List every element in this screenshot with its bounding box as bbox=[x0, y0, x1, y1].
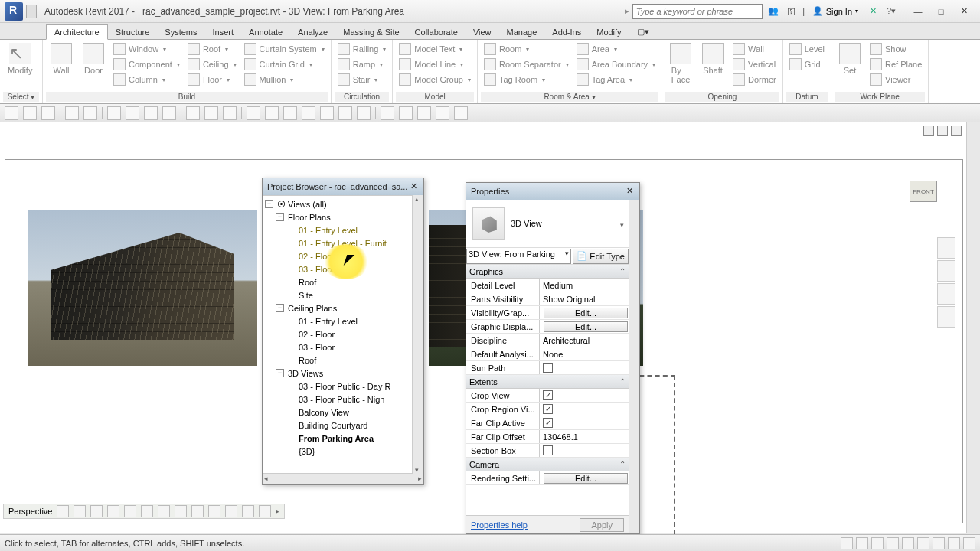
wall-tool[interactable]: Wall bbox=[46, 41, 77, 77]
property-row[interactable]: Far Clip Active✓ bbox=[466, 416, 629, 430]
type-selector[interactable]: 3D View ▾ bbox=[466, 200, 629, 248]
pb-horizontal-scrollbar[interactable] bbox=[263, 474, 423, 484]
property-row[interactable]: Default Analysi...None bbox=[466, 347, 629, 361]
tab-systems[interactable]: Systems bbox=[157, 25, 204, 39]
checkbox[interactable] bbox=[543, 445, 553, 455]
shadows-icon[interactable] bbox=[107, 505, 119, 517]
property-row[interactable]: Crop Region Vi...✓ bbox=[466, 403, 629, 416]
model-group-tool[interactable]: Model Group bbox=[396, 72, 474, 87]
pan-icon[interactable] bbox=[937, 260, 956, 282]
property-row[interactable]: Section Box bbox=[466, 444, 629, 458]
roof-tool[interactable]: Roof bbox=[185, 41, 240, 57]
tab-insert[interactable]: Insert bbox=[205, 25, 242, 39]
tree-item[interactable]: 03 - Floor bbox=[265, 341, 410, 354]
checkbox[interactable] bbox=[543, 363, 553, 373]
viewer-tool[interactable]: Viewer bbox=[867, 72, 925, 87]
properties-title[interactable]: Properties✕ bbox=[466, 183, 639, 200]
close-icon[interactable]: ✕ bbox=[624, 186, 635, 197]
tag-area-tool[interactable]: Tag Area bbox=[573, 72, 658, 87]
property-row[interactable]: Visibility/Grap...Edit... bbox=[466, 306, 629, 320]
tab-analyze[interactable]: Analyze bbox=[290, 25, 335, 39]
ramp-tool[interactable]: Ramp bbox=[335, 57, 390, 72]
tree-item[interactable]: Building Courtyard bbox=[265, 419, 410, 432]
curtain-system-tool[interactable]: Curtain System bbox=[241, 41, 328, 57]
sync-icon[interactable] bbox=[41, 106, 55, 120]
tree-item[interactable]: 01 - Entry Level bbox=[265, 223, 410, 236]
grid-tool[interactable]: Grid bbox=[786, 57, 828, 72]
show-tool[interactable]: Show bbox=[867, 41, 925, 57]
3d-icon[interactable] bbox=[186, 106, 200, 120]
crop-view-icon[interactable] bbox=[141, 505, 153, 517]
tab-structure[interactable]: Structure bbox=[108, 25, 158, 39]
select-links-icon[interactable] bbox=[887, 537, 899, 549]
room-separator-tool[interactable]: Room Separator bbox=[481, 57, 572, 72]
select-underlay-icon[interactable] bbox=[902, 537, 914, 549]
workset-icon[interactable] bbox=[841, 537, 853, 549]
vp-close-icon[interactable] bbox=[951, 126, 962, 136]
tab-collaborate[interactable]: Collaborate bbox=[407, 25, 466, 39]
orbit-icon[interactable] bbox=[937, 306, 956, 328]
sun-path-icon[interactable] bbox=[90, 505, 103, 517]
vertical-opening-tool[interactable]: Vertical bbox=[730, 57, 779, 72]
tab-massing-site[interactable]: Massing & Site bbox=[335, 25, 407, 39]
link-icon[interactable] bbox=[381, 106, 394, 120]
tree-item[interactable]: Roof bbox=[265, 354, 410, 367]
app-menu-button[interactable] bbox=[5, 2, 23, 21]
text-icon[interactable] bbox=[162, 106, 176, 120]
help-icon[interactable]: ?▾ bbox=[884, 4, 899, 19]
property-group[interactable]: Extents⌃ bbox=[466, 375, 629, 389]
open-icon[interactable] bbox=[5, 106, 18, 120]
temporary-hide-icon[interactable] bbox=[191, 505, 204, 517]
tree-item[interactable]: {3D} bbox=[265, 445, 410, 458]
expand-icon[interactable]: − bbox=[276, 369, 284, 377]
tab-add-ins[interactable]: Add-Ins bbox=[544, 25, 589, 39]
properties-help-link[interactable]: Properties help bbox=[471, 520, 528, 530]
tree-item[interactable]: −Floor Plans bbox=[265, 210, 410, 223]
tree-item[interactable]: 03 - Floor Public - Day R bbox=[265, 380, 410, 393]
worksharing-icon[interactable] bbox=[225, 505, 237, 517]
vp-maximize-icon[interactable] bbox=[937, 126, 948, 136]
area-tool[interactable]: Area bbox=[573, 41, 658, 57]
tab-architecture[interactable]: Architecture bbox=[46, 24, 108, 40]
exchange-icon[interactable]: ✕ bbox=[865, 4, 880, 19]
pb-vertical-scrollbar[interactable] bbox=[413, 195, 423, 474]
tab-appearance[interactable]: ▢▾ bbox=[629, 24, 657, 39]
key-icon[interactable]: ⚿ bbox=[784, 4, 799, 19]
thin-lines-icon[interactable] bbox=[223, 106, 237, 120]
property-group[interactable]: Camera⌃ bbox=[466, 458, 629, 471]
apply-button[interactable]: Apply bbox=[580, 518, 624, 532]
crop-region-icon[interactable] bbox=[158, 505, 170, 517]
project-browser-tree[interactable]: −⦿ Views (all)−Floor Plans01 - Entry Lev… bbox=[263, 195, 413, 474]
rendering-icon[interactable] bbox=[124, 505, 136, 517]
tree-item[interactable]: Roof bbox=[265, 276, 410, 289]
railing-tool[interactable]: Railing bbox=[335, 41, 390, 57]
area-boundary-tool[interactable]: Area Boundary bbox=[573, 57, 658, 72]
view-cube[interactable]: FRONT bbox=[905, 176, 942, 213]
close-icon[interactable]: ✕ bbox=[408, 181, 419, 192]
close-hidden-icon[interactable] bbox=[247, 106, 260, 120]
tree-item[interactable]: −3D Views bbox=[265, 367, 410, 380]
tree-item[interactable]: From Parking Area bbox=[265, 432, 410, 445]
ui-icon[interactable] bbox=[302, 106, 315, 120]
tile-icon[interactable] bbox=[283, 106, 297, 120]
component-tool[interactable]: Component bbox=[110, 57, 183, 72]
property-row[interactable]: Rendering Setti...Edit... bbox=[466, 471, 629, 485]
vp-minimize-icon[interactable] bbox=[923, 126, 934, 136]
checkbox[interactable]: ✓ bbox=[543, 390, 553, 400]
measure-icon[interactable] bbox=[107, 106, 121, 120]
visual-style-icon[interactable] bbox=[74, 505, 86, 517]
undo-icon[interactable] bbox=[65, 106, 79, 120]
room-area-panel-label[interactable]: Room & Area ▾ bbox=[481, 92, 658, 102]
drag-elements-icon[interactable] bbox=[948, 537, 960, 549]
project-browser-title[interactable]: Project Browser - rac_advanced_sa...✕ bbox=[263, 178, 423, 195]
property-row[interactable]: Graphic Displa...Edit... bbox=[466, 320, 629, 334]
vertical-scrollbar[interactable] bbox=[966, 122, 980, 533]
redo-icon[interactable] bbox=[83, 106, 97, 120]
section-icon[interactable] bbox=[204, 106, 218, 120]
save-icon[interactable] bbox=[23, 106, 37, 120]
by-face-tool[interactable]: ByFace bbox=[665, 41, 696, 86]
hide-icon[interactable] bbox=[320, 106, 334, 120]
props-vertical-scrollbar[interactable] bbox=[629, 200, 639, 533]
design-options-icon[interactable] bbox=[856, 537, 868, 549]
property-row[interactable]: Far Clip Offset130468.1 bbox=[466, 430, 629, 444]
